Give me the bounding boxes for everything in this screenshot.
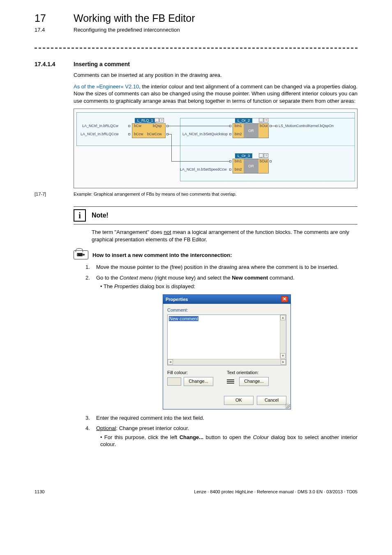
- fb-icon: ⎯: [259, 153, 263, 158]
- divider: [35, 48, 357, 49]
- dialog-titlebar[interactable]: Properties ✕: [163, 295, 291, 304]
- info-icon: i: [74, 209, 86, 222]
- port-label: bCw: [134, 124, 141, 128]
- change-orientation-button[interactable]: Change...: [239, 377, 269, 386]
- figure-caption-text: Example: Graphical arrangement of FBs by…: [74, 192, 237, 197]
- footer-info: Lenze · 8400 protec HighLine · Reference…: [194, 489, 357, 494]
- section-number: 17.4.1.4: [35, 61, 74, 67]
- scroll-right-icon[interactable]: ►: [281, 359, 286, 365]
- page-number: 1130: [35, 489, 44, 494]
- cancel-button[interactable]: Cancel: [257, 396, 286, 405]
- wire: [171, 134, 172, 161]
- pin: [275, 125, 277, 127]
- step-text: button to open the: [203, 434, 253, 440]
- scroll-up-icon[interactable]: ▲: [280, 315, 286, 320]
- note-text-underline: not: [164, 229, 171, 235]
- close-icon[interactable]: ✕: [281, 296, 288, 302]
- pin: [229, 160, 231, 162]
- step-text: dialog box is displayed:: [138, 283, 195, 289]
- fb-or2-icons: ⎯ ?: [259, 118, 274, 123]
- scroll-down-icon[interactable]: ▼: [280, 353, 286, 358]
- scroll-left-icon[interactable]: ◄: [168, 359, 173, 365]
- fb-rlq-title: L_RLQ_1: [135, 118, 156, 123]
- pin: [270, 160, 272, 162]
- step-text-italic: Context menu: [120, 275, 153, 281]
- pin: [229, 133, 231, 135]
- fb-icon: ?: [264, 153, 268, 158]
- port-label: bCwCcw: [147, 132, 162, 136]
- step-3: Enter the required comment into the text…: [96, 414, 357, 422]
- fb-icon: ?: [159, 118, 164, 123]
- version-note: As of the »Engineer« V2.10: [74, 83, 139, 90]
- port-label: bCcw: [134, 132, 143, 136]
- fb-or2-title: L_Or_2: [235, 118, 252, 123]
- step-text: Go to the: [96, 275, 120, 281]
- section-title: Inserting a comment: [74, 61, 130, 67]
- chapter-number: 17: [35, 12, 74, 24]
- note-text: The term "Arrangement" does: [92, 229, 164, 235]
- step-text: For this purpose, click the left: [104, 434, 180, 440]
- comment-label: Comment:: [167, 307, 286, 313]
- scrollbar-horizontal[interactable]: ◄ ►: [168, 359, 286, 365]
- note-title: Note!: [92, 212, 108, 219]
- figure-caption-number: [17-7]: [35, 192, 74, 197]
- step-2: Go to the Context menu (right mouse key)…: [96, 274, 357, 409]
- port-label: bIn2: [235, 132, 242, 136]
- chapter-title: Working with the FB Editor: [74, 12, 195, 24]
- howto-heading: How to insert a new comment into the int…: [92, 252, 232, 258]
- fb-icon: ⎯: [259, 118, 263, 123]
- properties-dialog: Properties ✕ Comment: New comment ▲: [163, 294, 291, 409]
- textarea-selection: New comment: [169, 316, 198, 321]
- text-align-icon: [227, 378, 234, 385]
- figure-fb-layout: L_RLQ_1 ⎯ ? bCw bCcw bQsp bCwCcw LA_NCtr…: [74, 109, 357, 188]
- note-box: i Note! The term "Arrangement" does not …: [74, 206, 357, 243]
- step-text: : Change preset interior colour.: [116, 425, 189, 431]
- step-text-bold: Change...: [180, 434, 204, 440]
- pin: [229, 169, 231, 171]
- port-label: bOut: [260, 159, 268, 163]
- step-text-underline: Optional: [96, 425, 116, 431]
- port-label: bOut: [260, 124, 268, 128]
- port-label: bIn1: [235, 159, 242, 163]
- step-4-sub: For this purpose, click the left Change.…: [100, 434, 357, 448]
- step-text: The: [104, 283, 114, 289]
- dialog-title: Properties: [166, 296, 188, 303]
- paragraph-2: As of the »Engineer« V2.10, the interior…: [74, 83, 357, 105]
- step-1: Move the mouse pointer to the (free) pos…: [96, 264, 357, 271]
- step-4: Optional: Change preset interior colour.…: [96, 425, 357, 448]
- step-text: (right mouse key) and select the: [153, 275, 232, 281]
- mouse-icon: ⌨⌖: [74, 250, 88, 259]
- signal-label: LA_NCtrl_In.bRLQCcw: [81, 132, 119, 136]
- signal-label: LA_NCtrl_In.bSetSpeedCcw: [180, 167, 227, 171]
- resize-grip[interactable]: [285, 404, 290, 409]
- fb-icon: ?: [264, 118, 268, 123]
- port-label: bIn1: [235, 124, 242, 128]
- signal-label: LA_NCtrl_In.bSetQuickstop: [182, 132, 228, 136]
- fb-rlq-icons: ⎯ ?: [154, 118, 169, 123]
- paragraph-1: Comments can be inserted at any position…: [74, 72, 357, 79]
- pin: [229, 125, 231, 127]
- fb-icon: ⎯: [154, 118, 159, 123]
- change-fill-button[interactable]: Change...: [184, 377, 213, 386]
- wire: [272, 126, 275, 126]
- step-text-italic: Colour: [253, 434, 269, 440]
- signal-label: LS_MotionControlKernel.bQspOn: [279, 124, 334, 128]
- text-orientation-label: Text orientation:: [227, 370, 286, 376]
- subchapter-number: 17.4: [35, 27, 74, 33]
- pin: [128, 125, 130, 127]
- step-text-bold: New comment: [232, 275, 268, 281]
- wire: [171, 161, 229, 162]
- step-text-italic: Properties: [114, 283, 138, 289]
- wire: [168, 126, 229, 126]
- fb-or3-icons: ⎯ ?: [259, 153, 274, 159]
- signal-label: LA_NCtrl_In.bRLQCw: [82, 124, 118, 128]
- step-2-sub: The Properties dialog box is displayed:: [100, 283, 357, 290]
- step-text: command.: [268, 275, 294, 281]
- subchapter-title: Reconfiguring the predefined interconnec…: [74, 27, 180, 33]
- or-operator-label: OR: [244, 124, 258, 138]
- scrollbar-vertical[interactable]: ▲ ▼: [280, 315, 286, 358]
- ok-button[interactable]: OK: [224, 396, 254, 405]
- comment-textarea[interactable]: New comment: [167, 314, 286, 365]
- port-label: bQsp: [153, 124, 162, 128]
- fill-colour-label: Fill colour:: [167, 370, 227, 376]
